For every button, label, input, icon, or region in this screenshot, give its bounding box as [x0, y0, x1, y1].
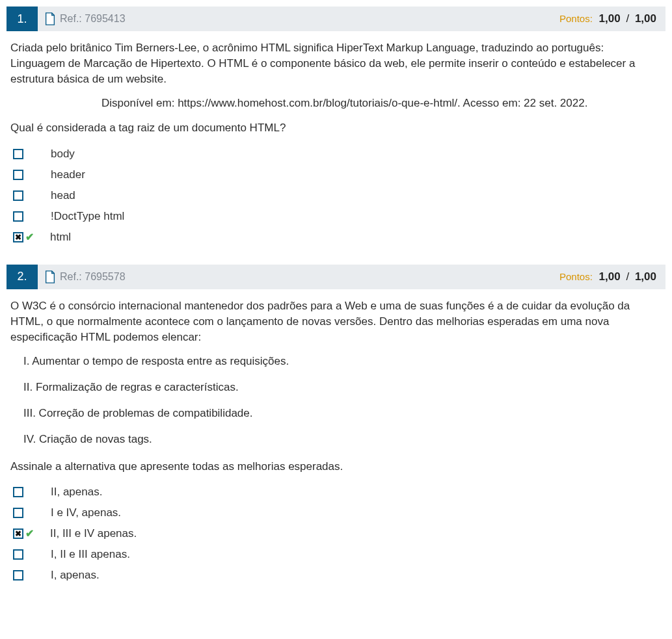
- correct-check-icon: ✔: [25, 527, 36, 541]
- options-group: II, apenas. I e IV, apenas. ✔ II, III e …: [10, 483, 662, 584]
- option-label: I, II e III apenas.: [51, 547, 130, 562]
- correct-check-icon: ✔: [25, 230, 36, 244]
- options-group: body header head !DoctType html ✔ html: [10, 145, 662, 246]
- score-separator: /: [626, 270, 629, 283]
- option-row[interactable]: header: [13, 166, 662, 184]
- statement-item: IV. Criação de novas tags.: [23, 432, 662, 447]
- option-row[interactable]: !DoctType html: [13, 207, 662, 226]
- question-ref: Ref.: 7695413: [60, 13, 126, 25]
- question-prompt: Assinale a alternativa que apresente tod…: [10, 459, 662, 475]
- score-earned: 1,00: [599, 270, 621, 283]
- score-separator: /: [626, 12, 629, 25]
- option-row[interactable]: I, II e III apenas.: [13, 545, 662, 564]
- checkbox-icon[interactable]: [13, 190, 23, 201]
- checkbox-icon[interactable]: [13, 170, 23, 180]
- option-row[interactable]: I, apenas.: [13, 566, 662, 584]
- question-header: 1. Ref.: 7695413 Pontos: 1,00 / 1,00: [7, 7, 665, 31]
- document-icon[interactable]: [44, 270, 56, 283]
- question-text: O W3C é o consórcio internacional manten…: [10, 298, 662, 345]
- option-label: I, apenas.: [51, 567, 100, 583]
- statement-item: I. Aumentar o tempo de resposta entre as…: [23, 354, 662, 369]
- checkbox-icon[interactable]: [13, 570, 23, 580]
- option-row[interactable]: I e IV, apenas.: [13, 504, 662, 522]
- question-text: Criada pelo britânico Tim Berners-Lee, o…: [10, 40, 662, 86]
- option-label: html: [50, 229, 71, 245]
- score-total: 1,00: [635, 270, 656, 283]
- points-display: Pontos: 1,00 / 1,00: [559, 270, 665, 283]
- score-total: 1,00: [635, 12, 656, 25]
- statement-item: III. Correção de problemas de compatibil…: [23, 406, 662, 421]
- points-label: Pontos:: [559, 271, 593, 282]
- score-earned: 1,00: [599, 12, 621, 25]
- option-row[interactable]: ✔ II, III e IV apenas.: [13, 525, 662, 543]
- option-row[interactable]: ✔ html: [13, 228, 662, 246]
- question-prompt: Qual é considerada a tag raiz de um docu…: [10, 120, 662, 136]
- checkbox-icon[interactable]: [13, 149, 23, 159]
- checkbox-checked-icon[interactable]: [13, 528, 23, 539]
- option-label: II, apenas.: [51, 484, 102, 500]
- question-number: 2.: [7, 265, 38, 289]
- option-label: head: [51, 188, 75, 203]
- question-ref: Ref.: 7695578: [60, 271, 126, 283]
- option-label: II, III e IV apenas.: [50, 526, 137, 541]
- points-label: Pontos:: [559, 13, 593, 24]
- question-number: 1.: [7, 7, 38, 31]
- statement-list: I. Aumentar o tempo de resposta entre as…: [10, 354, 662, 447]
- option-label: body: [51, 146, 75, 162]
- points-display: Pontos: 1,00 / 1,00: [559, 12, 665, 25]
- checkbox-icon[interactable]: [13, 487, 23, 497]
- option-row[interactable]: body: [13, 145, 662, 163]
- checkbox-icon[interactable]: [13, 508, 23, 518]
- document-icon[interactable]: [44, 12, 56, 25]
- question-block-2: 2. Ref.: 7695578 Pontos: 1,00 / 1,00 O W…: [7, 265, 665, 584]
- option-label: header: [51, 167, 85, 183]
- checkbox-icon[interactable]: [13, 549, 23, 560]
- option-row[interactable]: II, apenas.: [13, 483, 662, 501]
- option-row[interactable]: head: [13, 187, 662, 205]
- statement-item: II. Formalização de regras e característ…: [23, 380, 662, 395]
- checkbox-icon[interactable]: [13, 211, 23, 222]
- option-label: I e IV, apenas.: [51, 505, 121, 521]
- option-label: !DoctType html: [51, 209, 124, 224]
- checkbox-checked-icon[interactable]: [13, 232, 23, 242]
- question-header: 2. Ref.: 7695578 Pontos: 1,00 / 1,00: [7, 265, 665, 289]
- question-source: Disponível em: https://www.homehost.com.…: [10, 96, 662, 111]
- question-body: O W3C é o consórcio internacional manten…: [7, 289, 665, 584]
- question-body: Criada pelo britânico Tim Berners-Lee, o…: [7, 31, 665, 246]
- question-block-1: 1. Ref.: 7695413 Pontos: 1,00 / 1,00 Cri…: [7, 7, 665, 246]
